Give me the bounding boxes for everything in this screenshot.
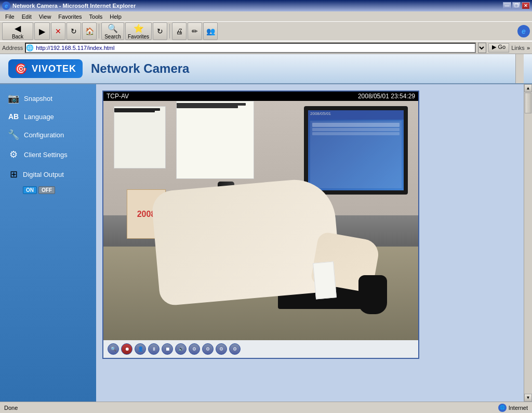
status-text: Done	[4, 405, 18, 411]
discuss-button[interactable]: 👥	[203, 22, 218, 40]
settings3-icon: ⚙	[219, 346, 223, 352]
media-icon: ↻	[157, 27, 163, 35]
scroll-down-button[interactable]: ▼	[524, 394, 532, 402]
window-controls[interactable]: — ❐ ✕	[503, 2, 530, 9]
pause-icon: ⏸	[152, 346, 156, 352]
address-dropdown[interactable]	[478, 43, 486, 53]
wall-paper-1	[114, 106, 166, 169]
control-snapshot-button[interactable]: 👤	[135, 343, 146, 355]
control-settings2-button[interactable]: ⚙	[202, 343, 214, 355]
control-settings4-button[interactable]: ⚙	[229, 343, 241, 355]
titlebar-left: e Network Camera - Microsoft Internet Ex…	[2, 2, 136, 10]
favorites-label: Favorites	[128, 34, 149, 40]
vivotek-logo-icon: 🎯	[15, 62, 28, 75]
control-settings3-button[interactable]: ⚙	[216, 343, 227, 355]
settings1-icon: ⚙	[192, 346, 196, 352]
camera-area: TCP-AV 2008/05/01 23:54:29	[96, 84, 524, 402]
snapshot-ctrl-icon: 👤	[138, 346, 143, 352]
client-settings-icon: ⚙	[7, 149, 20, 160]
ie-logo-icon: e	[2, 2, 10, 10]
search-icon: 🔍	[108, 23, 118, 33]
main-area: 📷 Snapshot AB Language 🔧 Configuration ⚙…	[0, 84, 532, 402]
search-button[interactable]: 🔍 Search	[101, 22, 124, 40]
record-icon: ⏺	[125, 346, 129, 352]
video-container: TCP-AV 2008/05/01 23:54:29	[102, 91, 419, 359]
scroll-track[interactable]	[524, 92, 532, 394]
menu-file[interactable]: File	[2, 12, 18, 21]
globe-icon: 🌐	[500, 405, 505, 410]
control-settings1-button[interactable]: ⚙	[189, 343, 200, 355]
browser-content: 🎯 VIVOTEK Network Camera 📷 Snapshot AB L…	[0, 54, 532, 402]
separator-2	[169, 24, 170, 38]
monitor-content-bar-2	[312, 128, 400, 131]
sidebar: 📷 Snapshot AB Language 🔧 Configuration ⚙…	[0, 84, 96, 402]
home-button[interactable]: 🏠	[82, 22, 97, 40]
status-left: Done	[4, 405, 18, 411]
configuration-label: Configuration	[24, 131, 64, 139]
sidebar-item-client-settings[interactable]: ⚙ Client Settings	[4, 147, 92, 162]
toolbar: ◀ Back ▶ ✕ ↻ 🏠 🔍 Search ⭐ Favorites ↻ 🖨 …	[0, 22, 532, 42]
print-button[interactable]: 🖨	[172, 22, 187, 40]
restore-button[interactable]: ❐	[512, 2, 521, 9]
menubar: File Edit View Favorites Tools Help	[0, 11, 532, 22]
monitor-screen: 2008/05/01	[308, 110, 404, 190]
menu-help[interactable]: Help	[107, 12, 125, 21]
digital-output-off-button[interactable]: OFF	[38, 186, 55, 194]
header-scroll	[515, 54, 524, 83]
stop-button[interactable]: ✕	[51, 22, 65, 40]
back-icon: ◀	[15, 23, 21, 33]
menu-favorites[interactable]: Favorites	[55, 12, 85, 21]
client-settings-label: Client Settings	[24, 151, 68, 159]
address-label: Address	[2, 45, 23, 51]
page-icon: 🌐	[26, 44, 34, 51]
control-pause-button[interactable]: ⏸	[148, 343, 159, 355]
scroll-up-button[interactable]: ▲	[524, 84, 532, 92]
minimize-button[interactable]: —	[503, 2, 511, 9]
refresh-button[interactable]: ↻	[66, 22, 81, 40]
ie-logo-letter: e	[522, 27, 526, 35]
digital-output-on-button[interactable]: ON	[23, 186, 37, 194]
internet-zone-icon: 🌐	[498, 404, 507, 412]
window-title: Network Camera - Microsoft Internet Expl…	[12, 3, 136, 9]
control-stop-button[interactable]: ⏹	[162, 343, 173, 355]
address-url: http://192.168.5.117/index.html	[36, 45, 114, 51]
go-label: Go	[498, 44, 506, 50]
sidebar-item-configuration[interactable]: 🔧 Configuration	[4, 127, 92, 143]
menu-view[interactable]: View	[36, 12, 55, 21]
forward-button[interactable]: ▶	[34, 22, 50, 40]
close-button[interactable]: ✕	[522, 2, 530, 9]
control-audio-button[interactable]: 🔊	[175, 343, 187, 355]
configuration-icon: 🔧	[7, 129, 20, 140]
vivotek-header: 🎯 VIVOTEK Network Camera	[0, 54, 532, 84]
control-record-button[interactable]: ⏺	[121, 343, 132, 355]
ie-logo-toolbar: e	[517, 25, 530, 37]
sidebar-item-snapshot[interactable]: 📷 Snapshot	[4, 91, 92, 106]
zoom-icon: 🔍	[111, 346, 116, 352]
monitor-content-bar-1	[312, 123, 400, 127]
menu-edit[interactable]: Edit	[19, 12, 35, 21]
control-zoom-button[interactable]: 🔍	[108, 343, 119, 355]
settings2-icon: ⚙	[206, 346, 210, 352]
go-button[interactable]: ▶ Go	[488, 43, 509, 53]
right-scrollbar[interactable]: ▲ ▼	[524, 84, 532, 402]
back-button[interactable]: ◀ Back	[2, 22, 33, 40]
video-frame: 2008/05/01	[103, 101, 418, 340]
language-icon: AB	[7, 112, 20, 121]
sidebar-item-digital-output[interactable]: ⊞ Digital Output	[4, 166, 92, 182]
video-header: TCP-AV 2008/05/01 23:54:29	[103, 92, 418, 101]
menu-tools[interactable]: Tools	[86, 12, 106, 21]
home-icon: 🏠	[85, 27, 94, 35]
media-button[interactable]: ↻	[153, 22, 167, 40]
links-label: Links	[511, 45, 525, 51]
vivotek-logo-text: VIVOTEK	[32, 63, 76, 74]
sidebar-item-language[interactable]: AB Language	[4, 110, 92, 123]
scroll-thumb[interactable]	[525, 93, 531, 113]
favorites-button[interactable]: ⭐ Favorites	[125, 22, 152, 40]
digital-output-icon: ⊞	[7, 169, 20, 180]
monitor-taskbar: 2008/05/01	[308, 110, 404, 120]
page-title: Network Camera	[91, 61, 189, 76]
edit-button[interactable]: ✏	[188, 22, 202, 40]
search-label: Search	[104, 34, 121, 40]
go-icon: ▶	[492, 44, 496, 50]
address-input-container[interactable]: 🌐 http://192.168.5.117/index.html	[25, 43, 476, 53]
